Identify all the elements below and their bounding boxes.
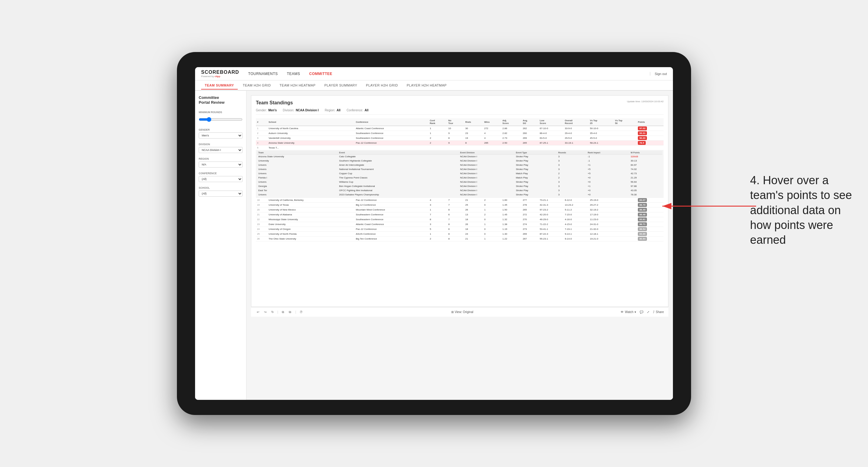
table-row[interactable]: 26 The Ohio State University Big Ten Con… <box>256 237 663 241</box>
event-row: Univers Williams Cup NCAA Division I Str… <box>257 180 662 184</box>
region-select[interactable]: N/A <box>199 161 243 167</box>
table-row[interactable]: 23 Duke University Atlantic Coast Confer… <box>256 222 663 227</box>
paste-button[interactable]: ⧉· <box>288 310 293 315</box>
sign-out-button[interactable]: Sign out <box>650 72 667 75</box>
col-vs-top25: Vs Top25 <box>589 118 614 126</box>
conference-select[interactable]: (All) <box>199 176 243 182</box>
sidebar-region: Region N/A <box>199 157 243 167</box>
filter-gender: Gender: Men's <box>256 108 277 112</box>
tab-team-h2h-grid[interactable]: TEAM H2H GRID <box>239 82 275 89</box>
tab-player-h2h-heatmap[interactable]: PLAYER H2H HEATMAP <box>403 82 450 89</box>
school-select[interactable]: (All) <box>199 191 243 196</box>
view-original-button[interactable]: ⊞ View: Original <box>450 310 474 314</box>
points-cell[interactable]: 78.5 <box>637 141 663 146</box>
table-row[interactable]: 2 Auburn University Southeastern Confere… <box>256 131 663 136</box>
sidebar: CommitteePortal Review Minimum Rounds Ge… <box>195 91 247 400</box>
event-row: Univers Amer Ari Intercollegiate NCAA Di… <box>257 163 662 167</box>
comment-button[interactable]: 💬 <box>640 310 643 314</box>
points-cell[interactable]: 93.31 <box>637 131 663 136</box>
exp-col-event: Event <box>338 151 459 155</box>
undo-button[interactable]: ↩ <box>255 310 260 314</box>
col-rnds: Rnds <box>464 118 483 126</box>
table-row[interactable]: 19 University of Texas Big 12 Conference… <box>256 203 663 208</box>
rank-cell: 1 <box>256 126 267 131</box>
col-wins: Wins <box>483 118 501 126</box>
conf-cell: Atlantic Coast Conference <box>354 126 428 131</box>
nav-links: TOURNAMENTS TEAMS COMMITTEE <box>248 70 650 77</box>
filter-division: Division: NCAA Division I <box>283 108 319 112</box>
points-cell[interactable]: 97.02 <box>637 126 663 131</box>
clock-button[interactable]: ⏱ <box>299 310 304 314</box>
tab-team-h2h-heatmap[interactable]: TEAM H2H HEATMAP <box>276 82 319 89</box>
tab-player-summary[interactable]: PLAYER SUMMARY <box>320 82 361 89</box>
points-cell[interactable]: 88.54 <box>637 227 663 232</box>
sidebar-label-region: Region <box>199 157 243 160</box>
report-header: Team Standings Update time: 13/03/2024 1… <box>256 100 663 105</box>
expand-button[interactable]: ⤢ <box>647 310 649 314</box>
update-time: Update time: 13/03/2024 10:03:42 <box>627 100 663 103</box>
school-cell: University of North Carolina <box>267 126 354 131</box>
sidebar-minimum-rounds: Minimum Rounds <box>199 111 243 124</box>
table-row[interactable]: 21 University of Alabama Southeastern Co… <box>256 212 663 217</box>
division-select[interactable]: NCAA Division I <box>199 147 243 153</box>
table-row[interactable]: 1 University of North Carolina Atlantic … <box>256 126 663 131</box>
sidebar-label-division: Division <box>199 143 243 146</box>
chevron-down-icon: ▾ <box>634 310 636 314</box>
exp-col-team: Team <box>257 151 338 155</box>
refresh-button[interactable]: ↻ <box>270 310 275 314</box>
table-header-row: # School Conference ConfRank NoTour Rnds… <box>256 118 663 126</box>
tab-team-summary[interactable]: TEAM SUMMARY <box>201 82 238 90</box>
tablet-screen: SCOREBOARD Powered by clipp TOURNAMENTS … <box>195 67 673 400</box>
sidebar-label-conference: Conference <box>199 172 243 175</box>
event-row: East Ter OFCC Fighting Illini Invitation… <box>257 188 662 193</box>
points-cell[interactable]: 90.20 <box>637 136 663 141</box>
points-cell[interactable]: 80.94 <box>637 237 663 241</box>
watch-button[interactable]: 👁 Watch ▾ <box>621 310 636 314</box>
table-row[interactable]: 5 Texas T... <box>256 146 663 150</box>
table-row[interactable]: 18 University of California, Berkeley Pa… <box>256 198 663 203</box>
share-button[interactable]: ⤴ Share <box>653 310 664 314</box>
table-row[interactable]: 22 Mississippi State University Southeas… <box>256 217 663 222</box>
points-cell[interactable]: 88.71 <box>637 222 663 227</box>
sidebar-school: School (All) <box>199 186 243 196</box>
expanded-event-header: Team Event Event Division Event Type Rou… <box>256 150 663 198</box>
filter-conference: Conference: All <box>347 108 368 112</box>
table-row[interactable]: 3 Vanderbilt University Southeastern Con… <box>256 136 663 141</box>
event-row: Univers Copper Cup NCAA Division I Match… <box>257 172 662 176</box>
col-low-score: LowScore <box>539 118 564 126</box>
sidebar-label-gender: Gender <box>199 128 243 131</box>
table-row[interactable]: 24 University of Oregon Pac-12 Conferenc… <box>256 227 663 232</box>
exp-col-event-type: Event Type <box>515 151 557 155</box>
nav-committee[interactable]: COMMITTEE <box>309 70 332 77</box>
annotation-arrow <box>653 197 756 215</box>
min-rounds-input[interactable] <box>199 116 243 123</box>
redo-button[interactable]: ↪ <box>263 310 268 314</box>
tablet-shell: SCOREBOARD Powered by clipp TOURNAMENTS … <box>177 52 691 415</box>
copy-button[interactable]: ⧉ <box>281 310 285 315</box>
gender-select[interactable]: Men's <box>199 132 243 138</box>
report-title: Team Standings <box>256 100 293 105</box>
event-row: Univers National Invitational Tournament… <box>257 167 662 172</box>
col-no-tour: NoTour <box>447 118 464 126</box>
table-row[interactable]: 4 Arizona State University Pac-12 Confer… <box>256 141 663 146</box>
table-row[interactable]: 20 University of New Mexico Mountain Wes… <box>256 208 663 212</box>
sidebar-label-min-rounds: Minimum Rounds <box>199 111 243 114</box>
col-overall-record: OverallRecord <box>564 118 589 126</box>
top-nav: SCOREBOARD Powered by clipp TOURNAMENTS … <box>195 67 673 81</box>
toolbar-center: ⊞ View: Original <box>450 310 474 314</box>
sidebar-label-school: School <box>199 186 243 189</box>
event-row: Arizona State University Cato Collegiate… <box>257 155 662 159</box>
bottom-toolbar: ↩ ↪ ↻ | ⧉ ⧉· | ⏱ ⊞ View: Original <box>251 307 669 317</box>
tab-player-h2h-grid[interactable]: PLAYER H2H GRID <box>362 82 402 89</box>
sidebar-gender: Gender Men's <box>199 128 243 138</box>
annotation: 4. Hover over a team's points to see add… <box>750 173 856 247</box>
nav-tournaments[interactable]: TOURNAMENTS <box>248 70 278 77</box>
col-school: School <box>267 118 354 126</box>
table-row[interactable]: 25 University of North Florida ASUN Conf… <box>256 232 663 237</box>
event-row: University Southern Highlands Collegiate… <box>257 159 662 163</box>
exp-col-rank-impact: Rank Impact <box>586 151 629 155</box>
nav-teams[interactable]: TEAMS <box>287 70 300 77</box>
points-cell[interactable]: 83.89 <box>637 232 663 237</box>
points-cell[interactable]: 83.81 <box>637 217 663 222</box>
toolbar-left: ↩ ↪ ↻ | ⧉ ⧉· | ⏱ <box>255 310 304 315</box>
